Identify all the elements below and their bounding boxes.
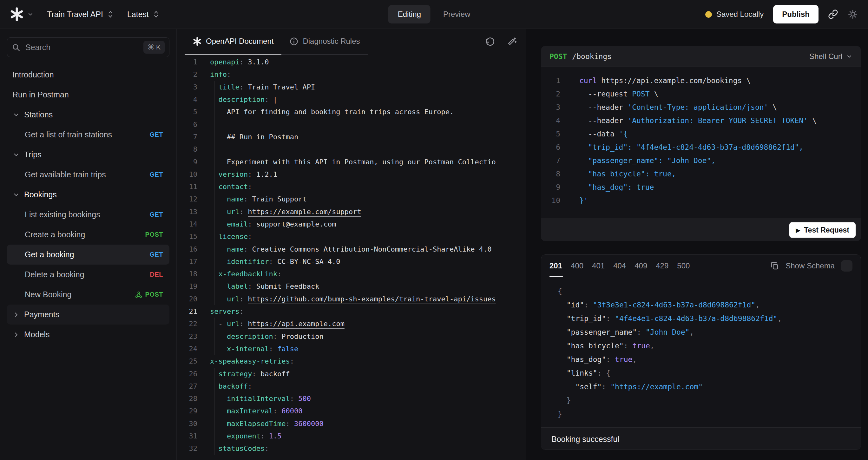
line-number: 1 <box>541 76 566 85</box>
sidebar-item-bookings[interactable]: Bookings <box>7 185 169 205</box>
sidebar-item-delete-a-booking[interactable]: Delete a bookingDEL <box>7 265 169 284</box>
request-card: POST /bookings Shell Curl 1curl https://… <box>541 46 861 241</box>
editor-header: OpenAPI Document Diagnostic Rules <box>177 29 526 55</box>
scalar-logo-icon <box>9 7 24 22</box>
sidebar-item-trips[interactable]: Trips <box>7 145 169 165</box>
code-line-text: "has_bicycle": true, <box>566 170 676 178</box>
sidebar-item-models[interactable]: Models <box>7 325 169 344</box>
code-line: } <box>541 393 861 407</box>
tree-guide-line <box>17 224 17 245</box>
sidebar-item-create-a-booking[interactable]: Create a bookingPOST <box>7 224 169 245</box>
sidebar-item-stations[interactable]: Stations <box>7 105 169 125</box>
code-line: 4 description: | <box>177 93 526 105</box>
sidebar-item-get-a-booking[interactable]: Get a bookingGET <box>7 245 169 265</box>
status-tab-201[interactable]: 201 <box>550 255 562 277</box>
line-number: 25 <box>177 357 204 365</box>
show-schema-label: Show Schema <box>785 262 835 270</box>
sidebar-item-label: Stations <box>24 110 53 119</box>
tree-guide-line <box>17 245 17 265</box>
response-card: 201400401404409429500 Show Schema { "id"… <box>541 254 861 450</box>
code-line: "id": "3f3e3e1-c824-4d63-b37a-d8d698862f… <box>541 298 861 311</box>
status-tab-500[interactable]: 500 <box>677 255 690 277</box>
chevron-down-icon <box>846 53 852 60</box>
main-area: ⌘ K IntroductionRun in PostmanStationsGe… <box>0 29 868 460</box>
code-line: 31 exponent: 1.5 <box>177 430 526 442</box>
mode-tab-preview[interactable]: Preview <box>434 5 480 24</box>
yaml-code-area[interactable]: 1openapi: 3.1.02info:3 title: Train Trav… <box>177 55 526 455</box>
sidebar-item-payments[interactable]: Payments <box>7 305 169 325</box>
project-select[interactable]: Train Travel API <box>47 10 114 19</box>
tab-openapi-document[interactable]: OpenAPI Document <box>185 29 281 55</box>
code-line: "passenger_name": "John Doe", <box>541 325 861 339</box>
tab-label: Diagnostic Rules <box>303 37 360 46</box>
code-line-text: strategy: backoff <box>204 370 290 378</box>
line-number: 19 <box>177 282 204 290</box>
code-line-text: --header 'Authorization: Bearer YOUR_SEC… <box>566 116 816 125</box>
code-line-text: info: <box>204 70 231 79</box>
sidebar-item-label: Create a booking <box>25 230 85 239</box>
sidebar-item-label: Trips <box>24 150 41 159</box>
show-schema-toggle[interactable] <box>841 260 852 272</box>
theme-toggle-icon[interactable] <box>848 9 858 19</box>
method-badge: POST <box>145 231 163 238</box>
code-line: 1openapi: 3.1.0 <box>177 56 526 68</box>
play-icon: ▶ <box>796 227 800 233</box>
line-number: 7 <box>541 156 566 165</box>
code-line-text: title: Train Travel API <box>204 83 315 91</box>
sidebar-item-introduction[interactable]: Introduction <box>7 65 169 85</box>
test-request-button[interactable]: ▶ Test Request <box>789 222 856 238</box>
line-number: 27 <box>177 382 204 390</box>
code-line: 25x-speakeasy-retries: <box>177 355 526 367</box>
response-footer: Booking successful <box>541 427 861 450</box>
mode-tab-editing[interactable]: Editing <box>388 5 431 24</box>
status-tab-401[interactable]: 401 <box>592 255 605 277</box>
sidebar-item-label: Bookings <box>24 190 57 199</box>
version-select[interactable]: Latest <box>127 10 160 19</box>
search-box[interactable]: ⌘ K <box>7 37 169 57</box>
tab-diagnostic-rules[interactable]: Diagnostic Rules <box>281 29 368 55</box>
line-number: 7 <box>177 133 204 141</box>
code-line-text: x-speakeasy-retries: <box>204 357 294 365</box>
copy-icon[interactable] <box>770 261 779 271</box>
publish-button[interactable]: Publish <box>773 5 818 24</box>
language-select[interactable]: Shell Curl <box>809 52 852 61</box>
code-line-text: x-feedbackLink: <box>204 270 281 278</box>
sidebar-item-new-booking[interactable]: New BookingPOST <box>7 284 169 305</box>
line-number: 4 <box>541 116 566 125</box>
line-number: 31 <box>177 432 204 440</box>
code-line: 20 url: https://github.com/bump-sh-examp… <box>177 293 526 305</box>
status-dot <box>705 11 712 18</box>
sidebar-item-label: Introduction <box>12 70 54 79</box>
code-line: 18 x-feedbackLink: <box>177 268 526 280</box>
chevron-down-icon <box>13 111 20 118</box>
sidebar-item-get-available-train-trips[interactable]: Get available train tripsGET <box>7 165 169 185</box>
sidebar-item-get-a-list-of-train-stations[interactable]: Get a list of train stationsGET <box>7 125 169 145</box>
magic-wand-icon[interactable] <box>507 37 517 47</box>
code-line: 24 x-internal: false <box>177 343 526 355</box>
sidebar-item-label: Models <box>24 330 50 339</box>
sidebar-nav: IntroductionRun in PostmanStationsGet a … <box>0 65 176 344</box>
status-tab-409[interactable]: 409 <box>634 255 647 277</box>
status-tab-404[interactable]: 404 <box>613 255 626 277</box>
line-number: 23 <box>177 333 204 340</box>
sidebar-item-list-existing-bookings[interactable]: List existing bookingsGET <box>7 205 169 224</box>
status-tab-400[interactable]: 400 <box>571 255 583 277</box>
code-line-text: - url: https://api.example.com <box>204 320 344 328</box>
search-input[interactable] <box>25 42 139 52</box>
workspace-menu[interactable] <box>9 7 34 22</box>
sidebar-item-run-in-postman[interactable]: Run in Postman <box>7 85 169 105</box>
updown-chevron-icon <box>153 10 160 19</box>
code-line: 2 --request POST \ <box>541 87 861 100</box>
code-line: 13 url: https://example.com/support <box>177 206 526 218</box>
line-number: 21 <box>177 307 204 315</box>
line-number: 11 <box>177 183 204 191</box>
code-line: "links": { <box>541 366 861 380</box>
status-tab-429[interactable]: 429 <box>656 255 669 277</box>
share-link-icon[interactable] <box>828 9 838 19</box>
request-path: /bookings <box>572 52 612 61</box>
line-number: 14 <box>177 220 204 228</box>
request-footer: ▶ Test Request <box>541 218 861 241</box>
tab-label: OpenAPI Document <box>206 37 274 46</box>
undo-history-icon[interactable] <box>485 37 495 47</box>
code-line-text: maxInterval: 60000 <box>204 407 302 415</box>
